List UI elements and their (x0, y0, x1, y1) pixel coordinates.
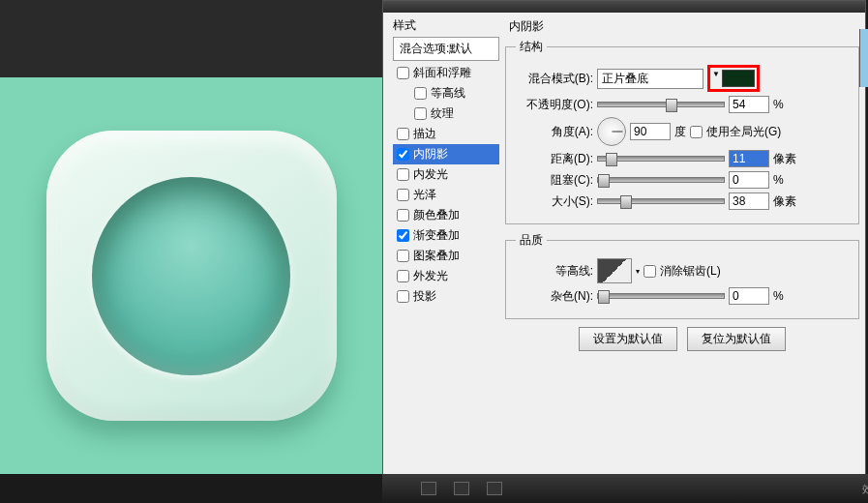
size-slider[interactable] (597, 198, 725, 204)
style-item-5[interactable]: 内发光 (393, 164, 499, 185)
style-checkbox[interactable] (414, 87, 427, 100)
opacity-unit: % (773, 98, 784, 111)
bottom-bar: 效果 (382, 474, 868, 503)
shadow-color-swatch[interactable] (722, 70, 755, 87)
thumb-icon[interactable] (487, 482, 502, 495)
distance-value[interactable]: 11 (729, 150, 769, 167)
distance-slider[interactable] (597, 156, 725, 162)
size-label: 大小(S): (516, 193, 593, 210)
style-item-4[interactable]: 内阴影 (393, 144, 499, 164)
style-checkbox[interactable] (397, 67, 409, 79)
style-label: 描边 (413, 126, 436, 142)
size-value[interactable]: 38 (729, 192, 769, 210)
angle-unit: 度 (674, 124, 686, 140)
antialias-label: 消除锯齿(L) (660, 263, 721, 280)
chevron-down-icon[interactable]: ▼ (712, 70, 720, 87)
style-item-0[interactable]: 斜面和浮雕 (393, 63, 499, 83)
style-label: 纹理 (431, 105, 454, 122)
opacity-label: 不透明度(O): (516, 97, 593, 113)
styles-list: 样式 混合选项:默认 斜面和浮雕等高线纹理描边内阴影内发光光泽颜色叠加渐变叠加图… (383, 13, 499, 456)
style-label: 颜色叠加 (413, 207, 460, 223)
style-item-7[interactable]: 颜色叠加 (393, 205, 499, 225)
antialias-checkbox[interactable] (644, 265, 656, 278)
style-item-3[interactable]: 描边 (393, 124, 499, 144)
icon-base (46, 131, 337, 421)
styles-header: 样式 (393, 17, 499, 34)
style-label: 内阴影 (413, 146, 448, 163)
thumb-icon[interactable] (421, 482, 436, 495)
style-label: 等高线 (431, 85, 465, 102)
distance-unit: 像素 (773, 151, 796, 167)
angle-value[interactable]: 90 (630, 123, 671, 140)
style-checkbox[interactable] (397, 168, 409, 181)
blend-mode-label: 混合模式(B): (516, 71, 593, 87)
structure-group: 结构 混合模式(B): 正片叠底 ▼ 不透明度(O): 54 % (505, 39, 859, 224)
structure-legend: 结构 (516, 39, 547, 55)
layer-style-dialog: 样式 混合选项:默认 斜面和浮雕等高线纹理描边内阴影内发光光泽颜色叠加渐变叠加图… (382, 0, 866, 476)
distance-label: 距离(D): (516, 151, 593, 167)
right-edge-panel (859, 29, 868, 87)
opacity-slider[interactable] (597, 102, 725, 107)
style-label: 渐变叠加 (413, 227, 460, 244)
contour-label: 等高线: (516, 263, 593, 280)
noise-value[interactable]: 0 (729, 287, 769, 305)
style-item-8[interactable]: 渐变叠加 (393, 225, 499, 246)
style-checkbox[interactable] (397, 250, 409, 262)
choke-value[interactable]: 0 (729, 171, 769, 189)
canvas-preview (0, 77, 382, 474)
choke-slider[interactable] (597, 177, 725, 183)
style-checkbox[interactable] (397, 290, 409, 303)
style-item-9[interactable]: 图案叠加 (393, 246, 499, 266)
set-default-button[interactable]: 设置为默认值 (579, 327, 677, 351)
choke-label: 阻塞(C): (516, 172, 593, 189)
thumb-icon[interactable] (454, 482, 469, 495)
global-light-checkbox[interactable] (690, 126, 703, 138)
panel-title: 内阴影 (509, 18, 859, 35)
style-item-11[interactable]: 投影 (393, 286, 499, 307)
quality-legend: 品质 (516, 232, 547, 249)
highlight-box: ▼ (707, 65, 760, 92)
style-checkbox[interactable] (397, 270, 409, 282)
noise-label: 杂色(N): (516, 288, 593, 305)
opacity-value[interactable]: 54 (729, 96, 769, 113)
blend-mode-select[interactable]: 正片叠底 (597, 69, 703, 89)
angle-dial[interactable] (597, 117, 626, 146)
style-item-2[interactable]: 纹理 (393, 104, 499, 124)
style-checkbox[interactable] (397, 148, 409, 161)
style-item-1[interactable]: 等高线 (393, 83, 499, 104)
contour-picker[interactable] (597, 258, 632, 283)
style-label: 光泽 (413, 187, 436, 203)
style-checkbox[interactable] (397, 128, 409, 140)
style-label: 外发光 (413, 268, 448, 284)
global-light-label: 使用全局光(G) (706, 124, 781, 140)
style-item-6[interactable]: 光泽 (393, 185, 499, 205)
angle-label: 角度(A): (516, 124, 593, 140)
chevron-down-icon[interactable]: ▾ (636, 267, 640, 276)
noise-slider[interactable] (597, 293, 725, 299)
quality-group: 品质 等高线: ▾ 消除锯齿(L) 杂色(N): 0 % (505, 232, 859, 319)
blend-options-default[interactable]: 混合选项:默认 (393, 37, 499, 61)
style-checkbox[interactable] (397, 189, 409, 201)
style-label: 内发光 (413, 166, 448, 183)
reset-default-button[interactable]: 复位为默认值 (687, 327, 786, 351)
style-checkbox[interactable] (414, 107, 427, 120)
style-checkbox[interactable] (397, 229, 409, 242)
dialog-titlebar[interactable] (383, 1, 865, 13)
style-item-10[interactable]: 外发光 (393, 266, 499, 286)
style-label: 斜面和浮雕 (413, 65, 471, 81)
icon-circle (92, 177, 290, 375)
style-label: 图案叠加 (413, 248, 460, 264)
fx-label: 效果 (862, 482, 868, 496)
style-label: 投影 (413, 288, 436, 305)
choke-unit: % (773, 173, 784, 187)
style-checkbox[interactable] (397, 209, 409, 222)
noise-unit: % (773, 289, 784, 303)
size-unit: 像素 (773, 193, 796, 210)
